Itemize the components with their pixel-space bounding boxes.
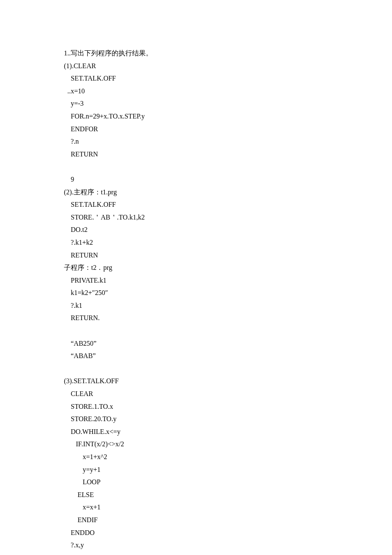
result-line: “ABAB” <box>64 350 392 362</box>
code-line: y=y+1 <box>64 463 392 476</box>
code-line: ?.k1 <box>64 299 392 312</box>
code-line: PRIVATE.k1 <box>64 274 392 287</box>
code-line: y=-3 <box>64 97 392 110</box>
section-2-header: (2).主程序：t1.prg <box>64 186 392 199</box>
code-line: CLEAR <box>64 387 392 400</box>
section-1-header: (1).CLEAR <box>64 60 392 72</box>
code-line: DO.t2 <box>64 223 392 236</box>
code-line: ELSE <box>64 489 392 501</box>
code-line: ENDDO <box>64 526 392 539</box>
code-line: x=x+1 <box>64 501 392 514</box>
code-line: LOOP <box>64 476 392 489</box>
code-line: STORE.20.TO.y <box>64 413 392 425</box>
code-line: SET.TALK.OFF <box>64 72 392 85</box>
blank-line <box>64 324 392 337</box>
result-line: 9 <box>64 173 392 186</box>
code-line: ?.k1+k2 <box>64 236 392 249</box>
code-line: STORE.1.TO.x <box>64 400 392 413</box>
code-line: x=1+x^2 <box>64 451 392 463</box>
result-line: “AB250” <box>64 337 392 350</box>
code-line: STORE.＇AB＇.TO.k1,k2 <box>64 211 392 224</box>
code-line: ..x=10 <box>64 85 392 98</box>
code-line: DO.WHILE.x<=y <box>64 425 392 438</box>
code-line: k1=k2+″250″ <box>64 286 392 299</box>
code-line: SET.TALK.OFF <box>64 198 392 211</box>
code-line: RETURN <box>64 148 392 161</box>
code-line: ?.x,y <box>64 539 392 552</box>
code-line: IF.INT(x/2)<>x/2 <box>64 438 392 451</box>
code-line: RETURN <box>64 249 392 262</box>
code-line: ENDIF <box>64 514 392 526</box>
document-page: 1..写出下列程序的执行结果。 (1).CLEAR SET.TALK.OFF .… <box>0 0 392 555</box>
code-line: FOR.n=29+x.TO.x.STEP.y <box>64 110 392 123</box>
page-title: 1..写出下列程序的执行结果。 <box>64 47 392 60</box>
code-line: ?.n <box>64 135 392 148</box>
code-line: ENDFOR <box>64 123 392 136</box>
section-3-header: (3).SET.TALK.OFF <box>64 375 392 387</box>
blank-line <box>64 362 392 375</box>
code-line: 子程序：t2．prg <box>64 261 392 274</box>
blank-line <box>64 160 392 173</box>
code-line: RETURN. <box>64 312 392 324</box>
code-line: SET.TALK.ON <box>64 552 392 555</box>
